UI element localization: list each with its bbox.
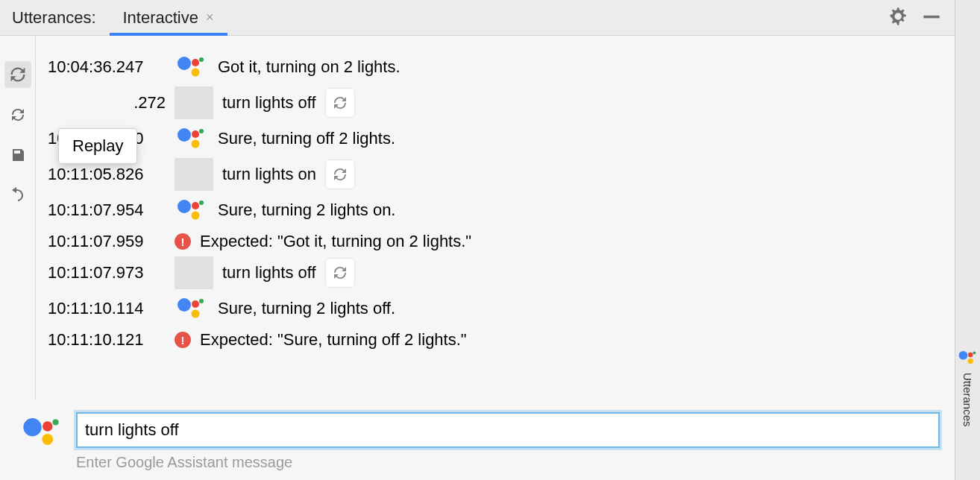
log-row: 10:11:10.114 Sure, turning 2 lights off. — [48, 291, 943, 326]
gear-icon[interactable] — [888, 7, 907, 29]
message-text: Sure, turning 2 lights off. — [218, 299, 395, 318]
log-row-error: 10:11:07.959 ! Expected: "Got it, turnin… — [48, 228, 943, 255]
timestamp: 10:11:07.959 — [48, 232, 166, 251]
user-icon — [175, 158, 213, 191]
assistant-icon — [22, 412, 63, 452]
rerun-icon[interactable] — [325, 258, 355, 288]
timestamp: 10:04:36.247 — [48, 57, 166, 77]
left-toolbar — [0, 36, 36, 399]
minimize-icon[interactable] — [922, 7, 941, 29]
message-text: Expected: "Sure, turning off 2 lights." — [200, 330, 467, 350]
save-button[interactable] — [4, 142, 31, 168]
message-text: Got it, turning on 2 lights. — [218, 57, 401, 77]
error-icon: ! — [175, 332, 191, 348]
panel-title: Utterances: — [7, 0, 110, 35]
tab-label: Interactive — [123, 8, 199, 28]
log-row: 10:11:07.954 Sure, turning 2 lights on. — [48, 192, 943, 228]
rerun-icon[interactable] — [325, 160, 355, 189]
tab-interactive[interactable]: Interactive × — [110, 0, 227, 35]
svg-rect-4 — [923, 15, 939, 18]
message-text: turn lights off — [222, 263, 316, 282]
close-icon[interactable]: × — [206, 10, 214, 25]
timestamp: 10:11:10.121 — [48, 330, 166, 350]
message-text: turn lights off — [222, 93, 316, 113]
timestamp: 10:11:07.954 — [48, 200, 166, 220]
message-text: Sure, turning 2 lights on. — [218, 200, 395, 220]
side-tab-label: Utterances — [961, 373, 974, 427]
timestamp: 10:11:07.973 — [48, 263, 166, 282]
message-text: Expected: "Got it, turning on 2 lights." — [200, 232, 471, 251]
utterance-log: 10:04:36.247 Got it, turning on 2 lights… — [36, 36, 955, 399]
assistant-icon — [958, 350, 978, 368]
message-input[interactable] — [76, 412, 940, 448]
assistant-icon — [175, 53, 209, 81]
rerun-icon[interactable] — [325, 88, 355, 118]
tabstrip: Utterances: Interactive × — [0, 0, 955, 36]
timestamp: 10:11:10.114 — [48, 299, 166, 318]
assistant-icon — [175, 294, 209, 323]
input-area: Enter Google Assistant message — [0, 399, 955, 480]
log-row: 10:11:05.826 turn lights on — [48, 157, 943, 192]
user-icon — [175, 256, 213, 289]
user-icon — [175, 86, 213, 119]
assistant-icon — [175, 124, 209, 153]
log-row: 10:04:36.247 Got it, turning on 2 lights… — [48, 49, 943, 85]
error-icon: ! — [175, 233, 191, 250]
log-row: .272 turn lights off — [48, 85, 943, 121]
undo-button[interactable] — [4, 182, 31, 209]
message-text: Sure, turning off 2 lights. — [218, 129, 395, 148]
log-row: 10:06:55.230 Sure, turning off 2 lights. — [48, 121, 943, 157]
side-tab-utterances[interactable]: Utterances — [955, 0, 980, 480]
timestamp: 10:11:05.826 — [48, 165, 166, 184]
input-hint: Enter Google Assistant message — [76, 454, 940, 471]
timestamp: 10:06:55.230 — [48, 129, 166, 148]
timestamp: .272 — [48, 93, 166, 113]
log-row-error: 10:11:10.121 ! Expected: "Sure, turning … — [48, 326, 943, 353]
replay-alt-button[interactable] — [4, 101, 31, 128]
message-text: turn lights on — [222, 165, 316, 184]
assistant-icon — [175, 196, 209, 224]
replay-button[interactable] — [4, 61, 31, 88]
log-row: 10:11:07.973 turn lights off — [48, 255, 943, 291]
